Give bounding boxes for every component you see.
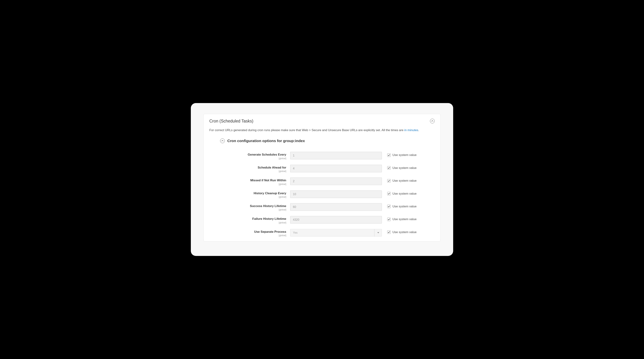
label-col: Generate Schedules Every [global] xyxy=(209,152,290,160)
in-minutes-link[interactable]: in minutes xyxy=(404,128,418,132)
checkbox-icon xyxy=(387,218,391,221)
chevron-up-icon xyxy=(222,140,224,142)
checkbox-icon xyxy=(387,179,391,183)
success-lifetime-input[interactable] xyxy=(290,203,382,211)
panel-title: Cron (Scheduled Tasks) xyxy=(209,119,253,124)
label-col: Missed if Not Run Within [global] xyxy=(209,178,290,185)
page-frame: Cron (Scheduled Tasks) For correct URLs … xyxy=(191,103,453,256)
group-collapse-button[interactable] xyxy=(220,139,225,143)
field-label: Success History Lifetime xyxy=(209,204,286,208)
checkbox-label: Use system value xyxy=(392,217,416,221)
checkbox-icon xyxy=(387,153,391,157)
description-text: For correct URLs generated during cron r… xyxy=(209,128,404,132)
field-row-failure-lifetime: Failure History Lifetime [global] Use sy… xyxy=(209,216,435,224)
failure-lifetime-input[interactable] xyxy=(290,216,382,224)
field-label: History Cleanup Every xyxy=(209,192,286,195)
schedule-ahead-input[interactable] xyxy=(290,165,382,172)
missed-if-input[interactable] xyxy=(290,178,382,185)
use-system-value-checkbox[interactable]: Use system value xyxy=(387,217,416,221)
input-col xyxy=(290,178,382,185)
panel-collapse-button[interactable] xyxy=(430,119,435,123)
group-header[interactable]: Cron configuration options for group:ind… xyxy=(220,139,435,143)
checkbox-label: Use system value xyxy=(392,205,416,208)
checkbox-icon xyxy=(387,192,391,195)
use-system-value-checkbox[interactable]: Use system value xyxy=(387,179,416,183)
select-wrap: Yes xyxy=(290,229,382,236)
label-col: Use Separate Process [global] xyxy=(209,229,290,237)
separate-process-select[interactable]: Yes xyxy=(290,229,382,236)
cron-panel: Cron (Scheduled Tasks) For correct URLs … xyxy=(204,114,440,242)
field-label: Generate Schedules Every xyxy=(209,153,286,156)
field-row-missed-if: Missed if Not Run Within [global] Use sy… xyxy=(209,178,435,185)
group-title: Cron configuration options for group:ind… xyxy=(227,139,305,143)
checkbox-label: Use system value xyxy=(392,153,416,157)
panel-header: Cron (Scheduled Tasks) xyxy=(209,119,435,124)
field-scope: [global] xyxy=(209,195,286,198)
field-scope: [global] xyxy=(209,234,286,237)
field-scope: [global] xyxy=(209,221,286,224)
field-scope: [global] xyxy=(209,183,286,185)
checkbox-label: Use system value xyxy=(392,179,416,183)
input-col xyxy=(290,190,382,198)
check-col: Use system value xyxy=(382,178,416,183)
field-scope: [global] xyxy=(209,208,286,211)
check-col: Use system value xyxy=(382,216,416,221)
check-col: Use system value xyxy=(382,203,416,208)
use-system-value-checkbox[interactable]: Use system value xyxy=(387,153,416,157)
checkbox-label: Use system value xyxy=(392,192,416,195)
field-label: Schedule Ahead for xyxy=(209,166,286,169)
use-system-value-checkbox[interactable]: Use system value xyxy=(387,192,416,195)
field-row-separate-process: Use Separate Process [global] Yes Use sy… xyxy=(209,229,435,237)
label-col: History Cleanup Every [global] xyxy=(209,190,290,198)
generate-schedules-input[interactable] xyxy=(290,152,382,159)
check-col: Use system value xyxy=(382,190,416,195)
chevron-up-icon xyxy=(431,120,434,122)
field-row-success-lifetime: Success History Lifetime [global] Use sy… xyxy=(209,203,435,211)
label-col: Failure History Lifetime [global] xyxy=(209,216,290,224)
field-label: Failure History Lifetime xyxy=(209,217,286,221)
field-row-history-cleanup: History Cleanup Every [global] Use syste… xyxy=(209,190,435,198)
field-scope: [global] xyxy=(209,157,286,160)
use-system-value-checkbox[interactable]: Use system value xyxy=(387,230,416,234)
input-col xyxy=(290,152,382,159)
check-col: Use system value xyxy=(382,152,416,157)
checkbox-label: Use system value xyxy=(392,166,416,170)
field-label: Missed if Not Run Within xyxy=(209,179,286,182)
use-system-value-checkbox[interactable]: Use system value xyxy=(387,205,416,208)
description-suffix: . xyxy=(418,128,419,132)
label-col: Schedule Ahead for [global] xyxy=(209,165,290,172)
checkbox-icon xyxy=(387,230,391,234)
field-row-schedule-ahead: Schedule Ahead for [global] Use system v… xyxy=(209,165,435,172)
checkbox-icon xyxy=(387,205,391,208)
input-col: Yes xyxy=(290,229,382,236)
check-col: Use system value xyxy=(382,165,416,170)
input-col xyxy=(290,216,382,224)
checkbox-label: Use system value xyxy=(392,230,416,234)
field-scope: [global] xyxy=(209,170,286,172)
history-cleanup-input[interactable] xyxy=(290,190,382,198)
field-label: Use Separate Process xyxy=(209,230,286,234)
check-col: Use system value xyxy=(382,229,416,234)
use-system-value-checkbox[interactable]: Use system value xyxy=(387,166,416,170)
label-col: Success History Lifetime [global] xyxy=(209,203,290,211)
field-row-generate-schedules: Generate Schedules Every [global] Use sy… xyxy=(209,152,435,160)
input-col xyxy=(290,203,382,211)
input-col xyxy=(290,165,382,172)
checkbox-icon xyxy=(387,166,391,170)
panel-description: For correct URLs generated during cron r… xyxy=(209,128,435,133)
